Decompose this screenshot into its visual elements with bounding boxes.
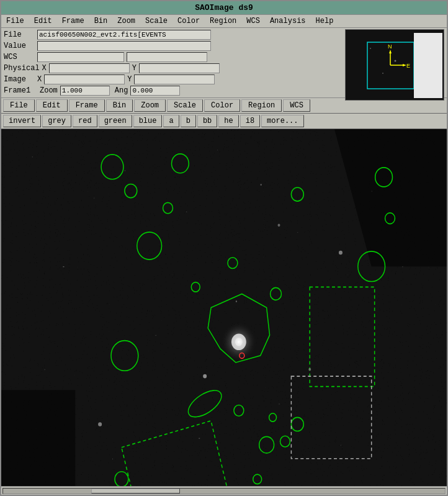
svg-rect-20: [217, 150, 218, 150]
menu-help[interactable]: Help: [313, 16, 336, 26]
svg-marker-17: [1, 390, 75, 486]
physical-x-input[interactable]: [49, 63, 130, 73]
color-a[interactable]: a: [163, 115, 179, 127]
svg-rect-30: [402, 266, 403, 267]
file-label: File: [4, 30, 35, 39]
menu-file[interactable]: File: [4, 16, 27, 26]
scrollbar-horizontal[interactable]: [1, 486, 447, 495]
color-green[interactable]: green: [99, 115, 132, 127]
toolbar-scale[interactable]: Scale: [167, 99, 203, 112]
image-x-label: X: [37, 75, 42, 84]
toolbar-file[interactable]: File: [3, 99, 35, 112]
wcs-input2[interactable]: [127, 52, 207, 62]
physical-x-label: X: [42, 64, 47, 73]
svg-rect-13: [414, 33, 442, 98]
astronomy-image: [1, 129, 447, 486]
scrollbar-thumb[interactable]: [91, 489, 179, 494]
title-text: SAOImage ds9: [195, 3, 253, 12]
svg-rect-23: [186, 212, 187, 212]
physical-y-input[interactable]: [139, 63, 220, 73]
toolbar-edit[interactable]: Edit: [36, 99, 68, 112]
svg-rect-27: [156, 335, 156, 336]
ang-label: Ang: [115, 86, 128, 95]
image-x-input[interactable]: [44, 74, 125, 84]
color-more[interactable]: more...: [261, 115, 303, 127]
svg-rect-24: [297, 232, 298, 233]
menu-wcs[interactable]: WCS: [244, 16, 262, 26]
menu-color[interactable]: Color: [175, 16, 202, 26]
svg-point-4: [382, 73, 383, 74]
physical-label: Physical: [4, 64, 40, 73]
title-bar: SAOImage ds9: [1, 1, 447, 15]
menu-bin[interactable]: Bin: [92, 16, 110, 26]
image-label: Image: [4, 75, 35, 84]
toolbar-frame[interactable]: Frame: [69, 99, 105, 112]
svg-rect-25: [63, 266, 64, 267]
menu-region[interactable]: Region: [207, 16, 239, 26]
menu-edit[interactable]: Edit: [32, 16, 55, 26]
menu-bar: File Edit Frame Bin Zoom Scale Color Reg…: [1, 15, 447, 28]
toolbar-bin[interactable]: Bin: [106, 99, 133, 112]
app-window: SAOImage ds9 File Edit Frame Bin Zoom Sc…: [0, 0, 448, 496]
color-grey[interactable]: grey: [42, 115, 71, 127]
svg-rect-26: [372, 191, 372, 192]
menu-scale[interactable]: Scale: [143, 16, 170, 26]
frame1-label: Frame1: [4, 86, 35, 95]
physical-y-label: Y: [132, 64, 137, 73]
svg-point-68: [98, 422, 102, 426]
toolbar-region[interactable]: Region: [241, 99, 282, 112]
menu-zoom[interactable]: Zoom: [115, 16, 138, 26]
svg-text:E: E: [406, 63, 410, 69]
scrollbar-track[interactable]: [2, 488, 446, 494]
svg-rect-34: [112, 459, 113, 459]
wcs-label: WCS: [4, 53, 35, 61]
svg-rect-18: [32, 156, 33, 157]
value-label: Value: [4, 42, 35, 50]
svg-rect-31: [45, 369, 45, 370]
svg-rect-33: [199, 438, 200, 439]
svg-point-2: [395, 60, 396, 62]
color-i8[interactable]: i8: [240, 115, 260, 127]
preview-panel: N E: [345, 29, 444, 101]
toolbar-color[interactable]: Color: [204, 99, 240, 112]
menu-analysis[interactable]: Analysis: [267, 16, 308, 26]
info-panel: File Value WCS Physical X Y Image X Y: [1, 28, 447, 98]
color-he[interactable]: he: [218, 115, 238, 127]
zoom-label: Zoom: [40, 86, 58, 95]
preview-svg: N E: [346, 30, 444, 101]
color-bb[interactable]: bb: [197, 115, 217, 127]
menu-frame[interactable]: Frame: [60, 16, 87, 26]
ang-input[interactable]: [130, 86, 180, 96]
svg-rect-21: [261, 184, 262, 185]
svg-rect-19: [125, 170, 125, 171]
svg-point-69: [339, 251, 343, 255]
wcs-input1[interactable]: [37, 52, 124, 62]
colorbar: invert grey red green blue a b bb he i8 …: [1, 114, 447, 129]
image-y-input[interactable]: [134, 74, 215, 84]
color-blue[interactable]: blue: [133, 115, 163, 127]
toolbar-wcs[interactable]: WCS: [283, 99, 310, 112]
svg-rect-28: [236, 300, 237, 302]
file-value[interactable]: [37, 30, 211, 40]
svg-rect-32: [279, 404, 280, 404]
color-b[interactable]: b: [181, 115, 196, 127]
image-y-label: Y: [127, 75, 132, 84]
color-red[interactable]: red: [73, 115, 97, 127]
zoom-input[interactable]: [60, 86, 110, 96]
svg-point-70: [278, 224, 280, 227]
svg-point-1: [370, 48, 371, 49]
image-area[interactable]: [1, 129, 447, 486]
svg-point-40: [220, 322, 258, 363]
svg-point-71: [203, 374, 207, 379]
svg-text:N: N: [388, 43, 392, 50]
svg-point-72: [308, 368, 311, 371]
svg-rect-35: [341, 445, 341, 446]
value-input[interactable]: [37, 41, 211, 51]
toolbar-zoom[interactable]: Zoom: [134, 99, 166, 112]
svg-rect-22: [94, 198, 94, 199]
color-invert[interactable]: invert: [3, 115, 41, 127]
